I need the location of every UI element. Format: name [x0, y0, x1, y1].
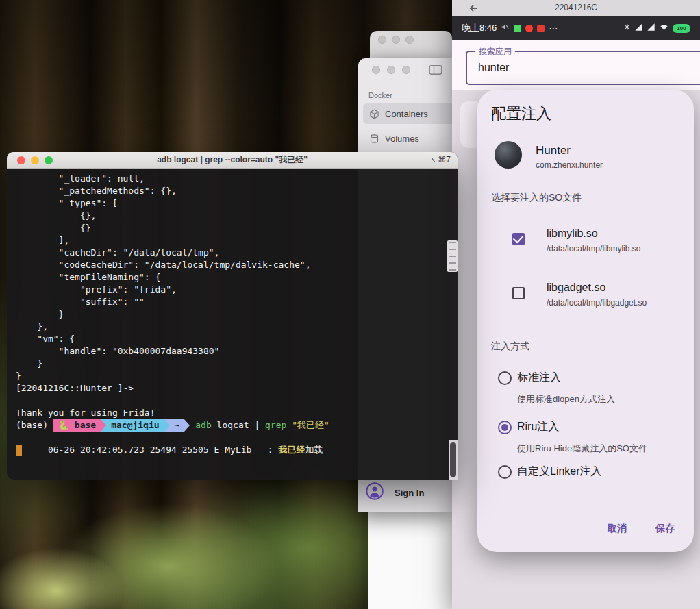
app-avatar [495, 141, 522, 169]
phone-window-title: 22041216C [452, 0, 700, 15]
notification-badge-red [525, 25, 533, 32]
search-area: 搜索应用 [452, 40, 700, 90]
minimize-button[interactable] [387, 66, 395, 74]
scrollbar-track[interactable] [449, 440, 458, 480]
checkbox-libmylib[interactable] [512, 233, 525, 245]
sidebar-item-label: Volumes [385, 134, 419, 144]
clock: 晚上8:46 [462, 22, 497, 34]
close-button[interactable] [17, 156, 25, 164]
logcat-output-line: 06-26 20:42:05.723 25494 25505 E MyLib :… [16, 432, 458, 444]
radio-standard-inject[interactable] [498, 371, 512, 385]
terminal-cursor [16, 445, 22, 456]
so-section-label: 选择要注入的SO文件 [491, 192, 582, 204]
dialog-title: 配置注入 [491, 103, 551, 124]
radio-desc: 使用标准dlopen方式注入 [517, 393, 615, 406]
zoom-button[interactable] [45, 156, 53, 164]
log-prefix: 06-26 20:42:05.723 25494 25505 E MyLib : [48, 445, 279, 455]
powerline-arrow-icon [184, 419, 190, 432]
more-notifications-icon: ⋯ [549, 23, 558, 34]
minimize-button[interactable] [31, 156, 39, 164]
shell-prompt-line: (base) 🐍 base mac@jiqiu ~ adb logcat | g… [16, 419, 458, 432]
divider [491, 182, 680, 182]
android-status-bar: 晚上8:46 ⋯ 100 [452, 16, 700, 40]
dialog-actions: 取消 保存 [603, 520, 679, 538]
close-button[interactable] [372, 66, 380, 74]
containers-icon [369, 109, 379, 119]
powerline-arrow-icon [164, 419, 170, 432]
checkbox-libgadget[interactable] [512, 287, 525, 299]
cancel-button[interactable]: 取消 [603, 520, 631, 538]
so-file-name[interactable]: libmylib.so [547, 227, 598, 240]
conda-env-label: (base) [16, 419, 53, 432]
close-button[interactable] [378, 36, 386, 44]
powerline-arrow-icon [101, 419, 106, 432]
phone-mirror-window: 22041216C 晚上8:46 ⋯ 100 [452, 0, 700, 609]
zoom-button[interactable] [405, 36, 414, 44]
radio-label[interactable]: Riru注入 [517, 420, 559, 434]
command-text: logcat [212, 419, 255, 432]
sidebar-toggle-icon[interactable] [429, 64, 442, 78]
terminal-content[interactable]: "_loader": null, "_patchedMethods": {}, … [7, 169, 458, 480]
command-text: grep [265, 419, 292, 432]
notification-badge-red2 [537, 25, 545, 32]
sidebar-item-containers[interactable]: Containers [363, 103, 452, 124]
command-argument: "我已经" [292, 419, 329, 432]
bluetooth-icon [623, 22, 631, 34]
save-button[interactable]: 保存 [651, 520, 679, 538]
signal-icon-sim1 [634, 22, 643, 34]
status-right-group: 100 [623, 22, 690, 34]
docker-titlebar [358, 58, 452, 82]
mute-icon [501, 22, 510, 34]
command-text: adb [190, 419, 211, 432]
so-file-name[interactable]: libgadget.so [547, 282, 605, 294]
back-icon[interactable] [468, 3, 478, 13]
command-text: | [254, 419, 265, 432]
terminal-output: "_loader": null, "_patchedMethods": {}, … [16, 173, 458, 419]
terminal-titlebar: adb logcat | grep --color=auto "我已经" ⌥⌘7 [7, 152, 458, 169]
status-left-group: 晚上8:46 ⋯ [462, 22, 558, 34]
minimize-button[interactable] [392, 36, 400, 44]
sign-in-label: Sign In [395, 488, 424, 498]
battery-indicator: 100 [673, 24, 690, 33]
prompt-userhost-segment: mac@jiqiu [106, 419, 164, 432]
app-package: com.zhenxi.hunter [536, 160, 603, 170]
wifi-icon [659, 22, 669, 34]
zoom-button[interactable] [402, 66, 410, 74]
sidebar-item-label: Containers [385, 109, 428, 119]
search-field[interactable]: 搜索应用 [466, 51, 700, 85]
terminal-window: adb logcat | grep --color=auto "我已经" ⌥⌘7… [7, 152, 458, 480]
search-field-label: 搜索应用 [475, 46, 515, 58]
scrollbar-thumb[interactable] [450, 442, 456, 477]
terminal-title: adb logcat | grep --color=auto "我已经" [7, 152, 458, 167]
terminal-shortcut-hint: ⌥⌘7 [428, 152, 451, 167]
inject-config-dialog: 配置注入 Hunter com.zhenxi.hunter 选择要注入的SO文件… [477, 90, 694, 552]
sidebar-item-volumes[interactable]: Volumes [363, 128, 452, 149]
method-section-label: 注入方式 [491, 340, 529, 353]
account-avatar-icon [365, 482, 384, 504]
phone-window-titlebar: 22041216C [452, 0, 700, 16]
grep-match: 我已经 [279, 445, 305, 455]
scrollbar-marks [447, 240, 458, 272]
radio-label[interactable]: 自定义Linker注入 [517, 464, 602, 479]
radio-label[interactable]: 标准注入 [517, 371, 561, 385]
background-window-titlebar [370, 31, 452, 58]
so-file-path: /data/local/tmp/libgadget.so [547, 298, 647, 308]
prompt-cwd-segment: ~ [170, 419, 185, 432]
radio-custom-linker-inject[interactable] [498, 465, 512, 479]
radio-desc: 使用Riru Hide隐藏注入的SO文件 [517, 443, 647, 455]
so-file-path: /data/local/tmp/libmylib.so [547, 244, 640, 253]
signal-icon-sim2 [647, 22, 655, 34]
log-suffix: 加载 [305, 445, 323, 455]
sign-in-button[interactable]: Sign In [365, 482, 424, 504]
docker-section-label: Docker [368, 91, 452, 99]
prompt-venv-segment: 🐍 base [53, 419, 101, 432]
notification-badge-green [514, 25, 521, 32]
app-list-item-partial [460, 101, 478, 148]
volumes-icon [369, 134, 379, 144]
app-name: Hunter [536, 144, 571, 158]
radio-riru-inject[interactable] [498, 421, 512, 434]
